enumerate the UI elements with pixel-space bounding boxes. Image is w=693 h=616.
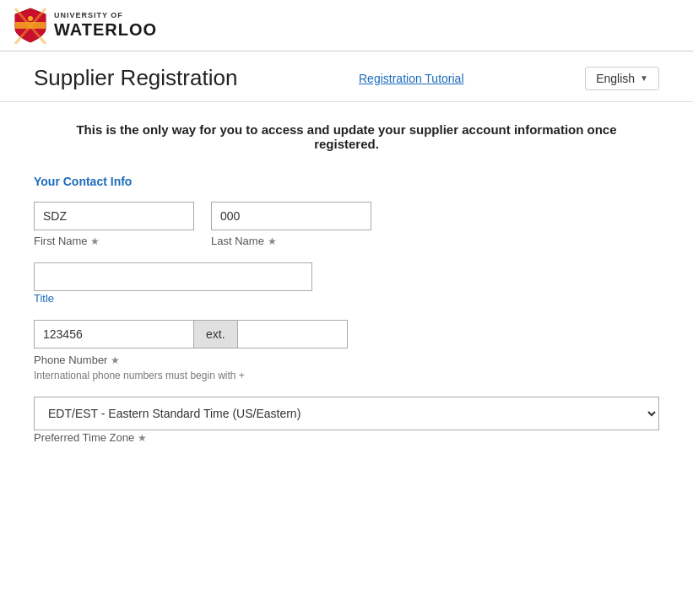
timezone-required-star: ★ <box>138 432 147 444</box>
phone-label: Phone Number ★ <box>34 354 659 366</box>
tutorial-link[interactable]: Registration Tutorial <box>359 72 464 85</box>
svg-point-3 <box>28 16 33 21</box>
notice-text: This is the only way for you to access a… <box>51 122 642 151</box>
timezone-label: Preferred Time Zone ★ <box>34 431 147 444</box>
first-name-input[interactable] <box>34 202 194 230</box>
header-divider <box>0 101 693 102</box>
last-name-group: Last Name ★ <box>211 202 371 247</box>
page-title: Supplier Registration <box>34 65 237 91</box>
logo-waterloo-text: WATERLOO <box>54 20 157 39</box>
title-input[interactable] <box>34 262 312 291</box>
contact-section-label: Your Contact Info <box>34 175 659 188</box>
name-row: First Name ★ Last Name ★ <box>34 202 659 247</box>
first-name-required-star: ★ <box>90 235 100 247</box>
phone-required-star: ★ <box>111 354 120 366</box>
form-area: First Name ★ Last Name ★ Title ext. Phon… <box>0 202 693 444</box>
title-label: Title <box>34 292 54 305</box>
language-label: English <box>596 72 635 85</box>
last-name-input[interactable] <box>211 202 371 230</box>
language-selector[interactable]: English ▼ <box>585 67 659 90</box>
timezone-select[interactable]: EDT/EST - Eastern Standard Time (US/East… <box>34 397 659 430</box>
logo-area: University of WATERLOO <box>14 7 157 44</box>
phone-hint: International phone numbers must begin w… <box>34 370 659 381</box>
last-name-required-star: ★ <box>268 235 277 247</box>
logo-text: University of WATERLOO <box>54 12 157 39</box>
first-name-label: First Name ★ <box>34 235 194 247</box>
notice-box: This is the only way for you to access a… <box>34 112 659 161</box>
title-group: Title <box>34 262 659 305</box>
last-name-label: Last Name ★ <box>211 235 371 247</box>
logo-shield-icon <box>14 7 47 44</box>
chevron-down-icon: ▼ <box>640 73 648 83</box>
phone-row: ext. <box>34 320 659 349</box>
logo-university-text: University of <box>54 12 157 20</box>
first-name-group: First Name ★ <box>34 202 194 247</box>
ext-input[interactable] <box>238 320 348 349</box>
ext-label: ext. <box>194 320 238 349</box>
header-area: Supplier Registration Registration Tutor… <box>0 51 693 98</box>
timezone-group: EDT/EST - Eastern Standard Time (US/East… <box>34 397 659 444</box>
top-bar: University of WATERLOO <box>0 0 693 51</box>
phone-number-input[interactable] <box>34 320 194 349</box>
